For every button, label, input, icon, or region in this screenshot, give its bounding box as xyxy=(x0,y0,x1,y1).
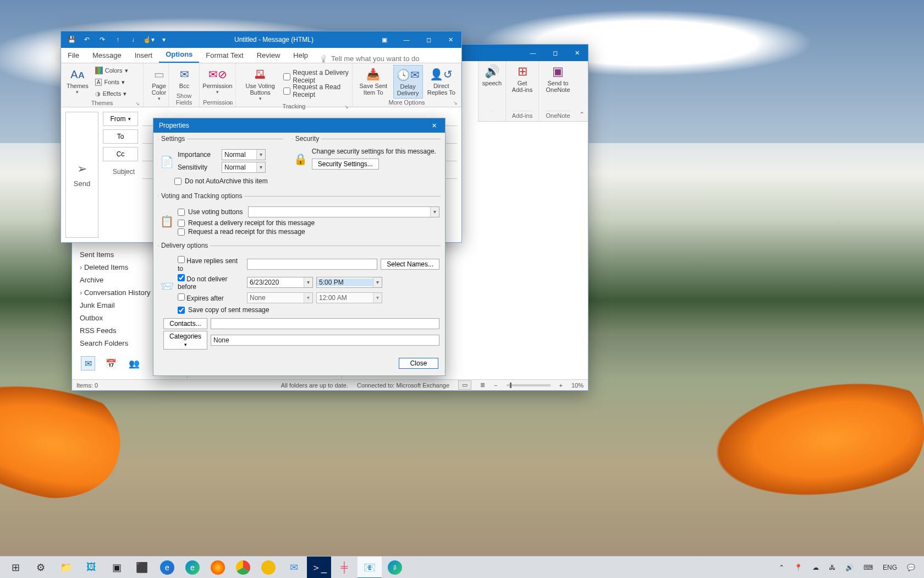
voting-buttons-combo[interactable]: ▾ xyxy=(248,206,439,217)
tab-message[interactable]: Message xyxy=(86,49,128,63)
close-button[interactable]: ✕ xyxy=(439,31,461,48)
colors-button[interactable]: Colors ▾ xyxy=(93,65,130,76)
tray-onedrive-icon[interactable]: ☁ xyxy=(810,564,821,571)
close-button[interactable]: Close xyxy=(399,358,438,369)
expires-after-checkbox[interactable]: Expires after xyxy=(178,293,244,302)
use-voting-buttons-checkbox[interactable]: Use voting buttons xyxy=(178,208,243,216)
properties-close-icon[interactable]: ✕ xyxy=(423,117,445,134)
tray-language[interactable]: ENG xyxy=(881,564,899,571)
select-names-button[interactable]: Select Names... xyxy=(381,259,439,270)
tray-volume-icon[interactable]: 🔊 xyxy=(843,564,856,571)
outlook-taskbar-icon[interactable]: 📧 xyxy=(358,557,382,579)
bcc-button[interactable]: ✉Bcc xyxy=(172,65,196,92)
tell-me-search[interactable]: Tell me what you want to do xyxy=(319,54,419,63)
have-replies-sent-to-checkbox[interactable]: Have replies sent to xyxy=(178,256,244,272)
do-not-autoarchive-checkbox[interactable]: Do not AutoArchive this item xyxy=(174,177,268,185)
replies-to-field[interactable] xyxy=(247,259,377,270)
minimize-button[interactable]: — xyxy=(395,31,417,48)
tab-format-text[interactable]: Format Text xyxy=(199,49,250,63)
qat-redo-icon[interactable]: ↷ xyxy=(96,36,108,43)
powershell-icon[interactable]: ＞_ xyxy=(307,557,331,579)
view-normal-icon[interactable]: ▭ xyxy=(458,380,471,390)
collapse-ribbon-button[interactable]: ⌃ xyxy=(579,111,585,118)
deliver-before-time[interactable]: 5:00 PM▾ xyxy=(316,277,382,288)
chrome-icon[interactable] xyxy=(231,557,255,579)
qat-touch-icon[interactable]: ☝▾ xyxy=(142,36,155,43)
photos-icon[interactable]: 🖼 xyxy=(79,557,103,579)
ribbon-display-button[interactable]: ▣ xyxy=(373,31,395,48)
terminal-icon[interactable]: ▣ xyxy=(105,557,129,579)
edge-icon[interactable]: e xyxy=(155,557,179,579)
maximize-button[interactable]: ◻ xyxy=(417,31,439,48)
zoom-out[interactable]: − xyxy=(494,382,497,389)
do-not-deliver-before-checkbox[interactable]: Do not deliver before xyxy=(178,274,244,291)
zoom-in[interactable]: + xyxy=(559,382,563,389)
request-delivery-receipt-checkbox[interactable]: Request a Delivery Receipt xyxy=(283,71,349,82)
mail-icon[interactable]: ✉ xyxy=(282,557,306,579)
firefox-icon[interactable] xyxy=(206,557,230,579)
file-explorer-icon[interactable]: 📁 xyxy=(54,557,78,579)
minimize-button[interactable]: — xyxy=(522,45,544,61)
nav-mail-icon[interactable]: ✉ xyxy=(81,356,95,370)
view-reading-icon[interactable]: ≣ xyxy=(480,381,485,389)
request-read-receipt-checkbox[interactable]: Request a Read Receipt xyxy=(283,85,349,96)
expires-time[interactable]: 12:00 AM▾ xyxy=(316,292,382,303)
themes-button[interactable]: Aᴀ Themes ▾ xyxy=(64,65,91,99)
effects-button[interactable]: ◑Effects ▾ xyxy=(93,88,130,99)
qat-down-icon[interactable]: ↓ xyxy=(127,36,139,43)
speech-group[interactable]: 🔊 speech xyxy=(478,61,505,121)
app2-icon[interactable]: β xyxy=(383,557,407,579)
zoom-slider[interactable] xyxy=(507,384,551,386)
tab-help[interactable]: Help xyxy=(287,49,315,63)
save-copy-checkbox[interactable]: Save copy of sent message xyxy=(178,306,269,314)
direct-replies-to-button[interactable]: 👤↺Direct Replies To xyxy=(425,65,458,99)
expires-date[interactable]: None▾ xyxy=(247,292,313,303)
nav-calendar-icon[interactable]: 📅 xyxy=(104,356,118,370)
tab-review[interactable]: Review xyxy=(250,49,287,63)
qat-customize-icon[interactable]: ▾ xyxy=(158,36,170,43)
categories-button[interactable]: Categories ▾ xyxy=(163,331,207,350)
edge-beta-icon[interactable]: e xyxy=(180,557,205,579)
use-voting-buttons-button[interactable]: 🗳Use Voting Buttons▾ xyxy=(239,65,281,102)
request-read-receipt-checkbox[interactable]: Request a read receipt for this message xyxy=(178,228,439,236)
chrome-canary-icon[interactable] xyxy=(256,557,280,579)
request-delivery-receipt-checkbox[interactable]: Request a delivery receipt for this mess… xyxy=(178,219,439,227)
message-titlebar[interactable]: 💾 ↶ ↷ ↑ ↓ ☝▾ ▾ Untitled - Message (HTML)… xyxy=(61,31,461,48)
cmd-icon[interactable]: ⬛ xyxy=(130,557,154,579)
maximize-button[interactable]: ◻ xyxy=(544,45,566,61)
qat-undo-icon[interactable]: ↶ xyxy=(81,36,93,43)
get-addins-button[interactable]: ⊞ Get Add-ins Add-ins xyxy=(505,61,538,121)
cc-button[interactable]: Cc xyxy=(103,147,138,161)
tray-location-icon[interactable]: 📍 xyxy=(792,564,805,571)
security-settings-button[interactable]: Security Settings... xyxy=(312,159,379,170)
fonts-button[interactable]: AFonts ▾ xyxy=(93,77,130,88)
app-icon[interactable]: ╪ xyxy=(332,557,356,579)
contacts-field[interactable] xyxy=(211,318,439,329)
categories-field[interactable]: None xyxy=(211,335,439,346)
qat-save-icon[interactable]: 💾 xyxy=(65,36,78,43)
start-button[interactable]: ⊞ xyxy=(3,557,28,579)
save-sent-item-to-button[interactable]: 📥Save Sent Item To xyxy=(356,65,391,99)
page-color-button[interactable]: ▭Page Color▾ xyxy=(144,63,169,107)
nav-people-icon[interactable]: 👥 xyxy=(127,356,141,370)
to-button[interactable]: To xyxy=(103,129,138,144)
properties-titlebar[interactable]: Properties ✕ xyxy=(153,118,445,133)
deliver-before-date[interactable]: 6/23/2020▾ xyxy=(247,277,313,288)
tray-network-icon[interactable]: 🖧 xyxy=(827,564,838,571)
settings-icon[interactable]: ⚙ xyxy=(29,557,53,579)
tray-chevron-icon[interactable]: ⌃ xyxy=(777,564,787,571)
tab-file[interactable]: File xyxy=(61,49,86,63)
tab-options[interactable]: Options xyxy=(159,48,199,63)
qat-up-icon[interactable]: ↑ xyxy=(112,36,124,43)
tray-keyboard-icon[interactable]: ⌨ xyxy=(861,564,875,571)
tray-action-center-icon[interactable]: 💬 xyxy=(905,564,917,571)
permission-button[interactable]: ✉⊘Permission▾ xyxy=(203,65,232,99)
from-button[interactable]: From ▾ xyxy=(103,112,138,126)
send-button[interactable]: ➢ Send xyxy=(65,112,98,238)
tab-insert[interactable]: Insert xyxy=(128,49,160,63)
close-button[interactable]: ✕ xyxy=(566,45,588,61)
send-to-onenote-button[interactable]: ▣ Send to OneNote OneNote xyxy=(538,61,577,121)
contacts-button[interactable]: Contacts... xyxy=(163,318,207,329)
sensitivity-select[interactable]: Normal▾ xyxy=(222,162,266,173)
importance-select[interactable]: Normal▾ xyxy=(222,149,266,160)
